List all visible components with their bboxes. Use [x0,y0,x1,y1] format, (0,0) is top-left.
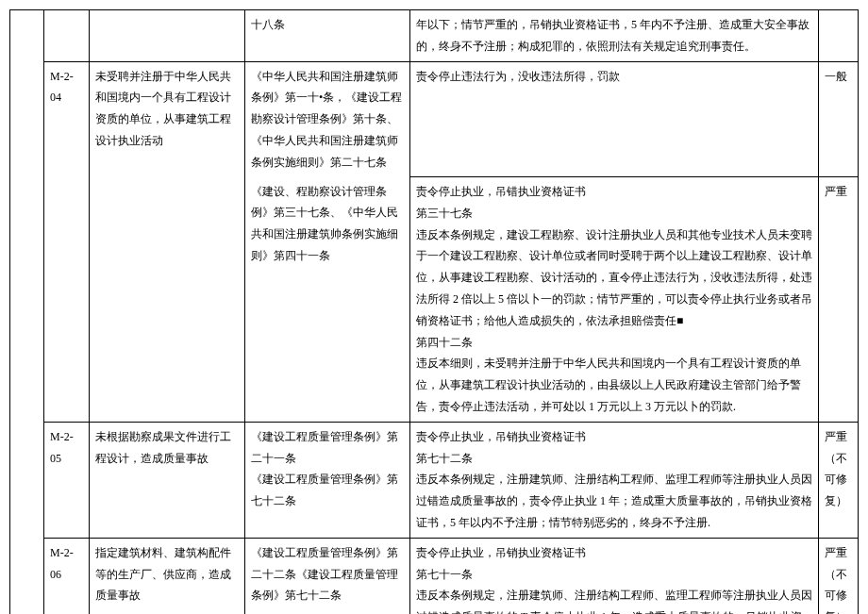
cell-desc: 未受聘并注册于中华人民共和国境内一个具有工程设计资质的单位，从事建筑工程设计执业… [90,61,245,422]
cell-desc: 指定建筑材料、建筑构配件等的生产厂、供应商，造成质量事故 [90,538,245,614]
cell-code [44,10,90,62]
table-row: M-2-05 未根据勘察成果文件进行工程设计，造成质量事故 《建设工程质量管理条… [10,422,859,538]
cell-level: 严重（不可修复） [819,538,859,614]
cell-basis: 《建设、程勘察设计管理条例》第三十七条、《中华人民共和国注册建筑帅条例实施细则》… [245,177,410,423]
cell-penalty: 年以下；情节严重的，吊销执业资格证书，5 年内不予注册、造成重大安全事故的，终身… [410,10,819,62]
cell-level: 严重 [819,177,859,423]
cell-penalty: 责令停止执业，吊销执业资格证书 第七十一条 违反本条例规定，注册建筑师、注册结构… [410,538,819,614]
cell-basis: 《中华人民共和国注册建筑师条例》第一十•条，《建设工程勘察设计管理条例》第十条、… [245,61,410,176]
cell-desc [90,10,245,62]
table-row: M-2-06 指定建筑材料、建筑构配件等的生产厂、供应商，造成质量事故 《建设工… [10,538,859,614]
cell-code: M-2-04 [44,61,90,422]
table-row: 十八条 年以下；情节严重的，吊销执业资格证书，5 年内不予注册、造成重大安全事故… [10,10,859,62]
cell-level: 严重（不可修复） [819,422,859,538]
cell-penalty: 责令停止执业，吊错执业资格证书 第三十七条 违反本条例规定，建设工程勘察、设计注… [410,177,819,423]
cell-desc: 未根据勘察成果文件进行工程设计，造成质量事故 [90,422,245,538]
regulation-table: 十八条 年以下；情节严重的，吊销执业资格证书，5 年内不予注册、造成重大安全事故… [9,9,859,614]
cell-basis: 十八条 [245,10,410,62]
cell-level [819,10,859,62]
cell-level: 一般 [819,61,859,176]
cell-group-a [10,10,27,615]
cell-basis: 《建设工程质量管理条例》第二十一条 《建设工程质量管理条例》第七十二条 [245,422,410,538]
cell-group-b [27,10,44,615]
cell-code: M-2-06 [44,538,90,614]
table-row: M-2-04 未受聘并注册于中华人民共和国境内一个具有工程设计资质的单位，从事建… [10,61,859,176]
cell-code: M-2-05 [44,422,90,538]
cell-penalty: 责令停止违法行为，没收违法所得，罚款 [410,61,819,176]
cell-penalty: 责令停止执业，吊销执业资格证书 第七十二条 违反本条例规定，注册建筑师、注册结构… [410,422,819,538]
cell-basis: 《建设工程质量管理条例》第二十二条《建设工程质量管理条例》第七十二条 [245,538,410,614]
